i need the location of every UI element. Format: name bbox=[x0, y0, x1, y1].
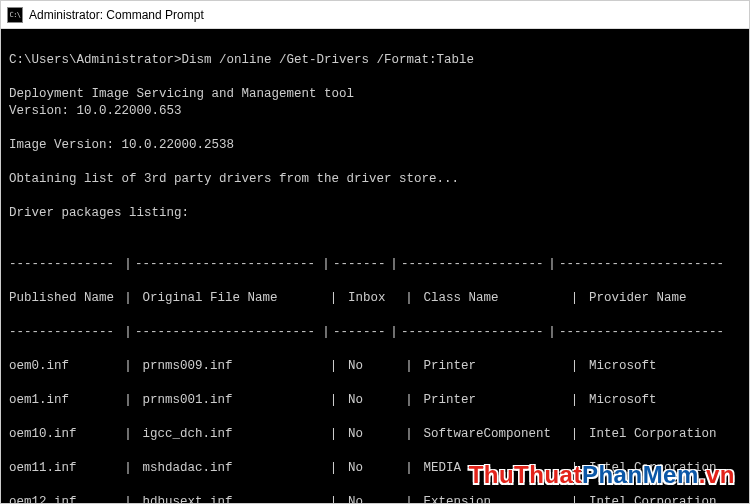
terminal-output[interactable]: C:\Users\Administrator>Dism /online /Get… bbox=[1, 29, 749, 503]
cell-provider: Intel Corporation bbox=[589, 426, 749, 443]
cell-published: oem12.inf bbox=[9, 494, 121, 503]
cell-class: Printer bbox=[424, 358, 568, 375]
table-border-top: --------------|------------------------|… bbox=[9, 256, 741, 273]
out-line-1: Deployment Image Servicing and Managemen… bbox=[9, 87, 354, 101]
cell-provider: Intel Corporation bbox=[589, 460, 749, 477]
prompt-path: C:\Users\Administrator> bbox=[9, 53, 182, 67]
out-line-2: Version: 10.0.22000.653 bbox=[9, 104, 182, 118]
cell-provider: Intel Corporation bbox=[589, 494, 749, 503]
table-row: oem1.inf| prnms001.inf| No| Printer| Mic… bbox=[9, 392, 741, 409]
table-row: oem11.inf| mshdadac.inf| No| MEDIA| Inte… bbox=[9, 460, 741, 477]
out-line-4: Obtaining list of 3rd party drivers from… bbox=[9, 172, 459, 186]
cell-published: oem0.inf bbox=[9, 358, 121, 375]
cell-published: oem11.inf bbox=[9, 460, 121, 477]
table-row: oem10.inf| igcc_dch.inf| No| SoftwareCom… bbox=[9, 426, 741, 443]
table-header-row: Published Name| Original File Name| Inbo… bbox=[9, 290, 741, 307]
col-inbox: Inbox bbox=[348, 290, 402, 307]
cell-provider: Microsoft bbox=[589, 392, 749, 409]
col-published: Published Name bbox=[9, 290, 121, 307]
prompt-line: C:\Users\Administrator>Dism /online /Get… bbox=[9, 53, 474, 67]
cell-original: prnms001.inf bbox=[143, 392, 327, 409]
cmd-icon: C:\ bbox=[7, 7, 23, 23]
cell-published: oem1.inf bbox=[9, 392, 121, 409]
cell-published: oem10.inf bbox=[9, 426, 121, 443]
cell-class: MEDIA bbox=[424, 460, 568, 477]
col-provider: Provider Name bbox=[589, 290, 749, 307]
out-line-3: Image Version: 10.0.22000.2538 bbox=[9, 138, 234, 152]
cell-inbox: No bbox=[348, 494, 402, 503]
window-title: Administrator: Command Prompt bbox=[29, 8, 204, 22]
cell-inbox: No bbox=[348, 358, 402, 375]
cell-inbox: No bbox=[348, 392, 402, 409]
cell-class: Extension bbox=[424, 494, 568, 503]
cell-inbox: No bbox=[348, 426, 402, 443]
cell-class: Printer bbox=[424, 392, 568, 409]
cell-inbox: No bbox=[348, 460, 402, 477]
cell-original: igcc_dch.inf bbox=[143, 426, 327, 443]
col-original: Original File Name bbox=[143, 290, 327, 307]
cell-original: hdbusext.inf bbox=[143, 494, 327, 503]
title-bar[interactable]: C:\ Administrator: Command Prompt bbox=[1, 1, 749, 29]
cell-original: mshdadac.inf bbox=[143, 460, 327, 477]
col-class: Class Name bbox=[424, 290, 568, 307]
table-border-mid: --------------|------------------------|… bbox=[9, 324, 741, 341]
cell-class: SoftwareComponent bbox=[424, 426, 568, 443]
cell-provider: Microsoft bbox=[589, 358, 749, 375]
table-row: oem12.inf| hdbusext.inf| No| Extension| … bbox=[9, 494, 741, 503]
out-line-5: Driver packages listing: bbox=[9, 206, 189, 220]
command-text: Dism /online /Get-Drivers /Format:Table bbox=[182, 53, 475, 67]
cell-original: prnms009.inf bbox=[143, 358, 327, 375]
table-row: oem0.inf| prnms009.inf| No| Printer| Mic… bbox=[9, 358, 741, 375]
